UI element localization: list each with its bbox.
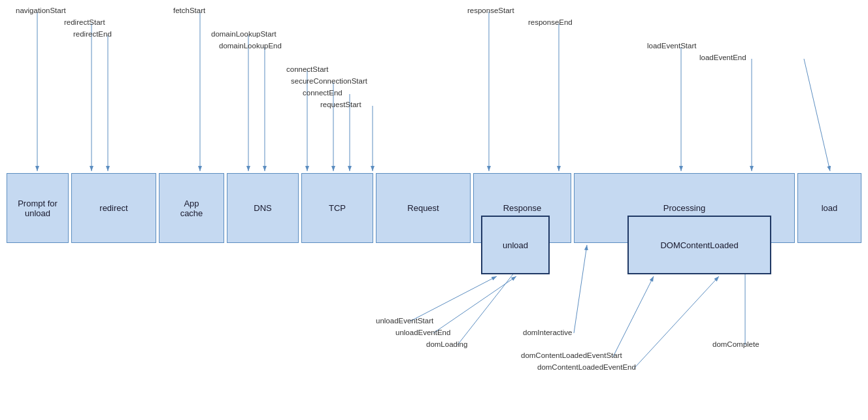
label-domain-lookup-start: domainLookupStart xyxy=(211,30,276,38)
phase-domcontentloaded-label: DOMContentLoaded xyxy=(660,240,738,250)
phase-prompt-unload: Prompt forunload xyxy=(7,173,69,243)
phase-dns-label: DNS xyxy=(254,203,271,213)
label-redirect-start: redirectStart xyxy=(64,18,105,26)
label-domain-lookup-end: domainLookupEnd xyxy=(219,42,282,50)
label-unload-event-end: unloadEventEnd xyxy=(395,329,450,336)
phase-request-label: Request xyxy=(407,203,439,213)
label-dom-content-loaded-event-end: domContentLoadedEventEnd xyxy=(537,363,636,371)
label-response-start: responseStart xyxy=(467,7,514,14)
label-dom-complete: domComplete xyxy=(712,340,760,348)
svg-line-23 xyxy=(804,59,830,171)
phase-redirect-label: redirect xyxy=(99,203,127,213)
label-dom-interactive: domInteractive xyxy=(523,329,572,336)
label-dom-loading: domLoading xyxy=(426,340,467,348)
label-connect-start: connectStart xyxy=(286,65,329,73)
label-request-start: requestStart xyxy=(320,101,361,108)
phase-tcp-label: TCP xyxy=(329,203,346,213)
label-secure-connection-start: secureConnectionStart xyxy=(291,77,367,85)
phase-domcontentloaded: DOMContentLoaded xyxy=(627,216,771,274)
svg-line-20 xyxy=(613,276,654,357)
navigation-timing-diagram: Prompt forunload redirect Appcache DNS T… xyxy=(0,0,868,420)
phase-load: load xyxy=(797,173,861,243)
label-fetch-start: fetchStart xyxy=(173,7,205,14)
svg-line-17 xyxy=(433,276,516,333)
phase-appcache-label: Appcache xyxy=(180,199,203,218)
label-connect-end: connectEnd xyxy=(303,89,342,97)
label-redirect-end: redirectEnd xyxy=(73,30,112,38)
phase-unload-label: unload xyxy=(503,240,528,250)
label-unload-event-start: unloadEventStart xyxy=(376,317,433,325)
svg-line-19 xyxy=(574,245,587,333)
phase-request: Request xyxy=(376,173,471,243)
phase-processing-label: Processing xyxy=(663,203,705,213)
phase-tcp: TCP xyxy=(301,173,373,243)
phase-appcache: Appcache xyxy=(159,173,224,243)
phase-load-label: load xyxy=(822,203,838,213)
phase-unload: unload xyxy=(481,216,550,274)
phase-redirect: redirect xyxy=(71,173,156,243)
label-load-event-start: loadEventStart xyxy=(647,42,696,50)
label-load-event-end: loadEventEnd xyxy=(699,54,746,61)
phase-dns: DNS xyxy=(227,173,299,243)
phase-response-label: Response xyxy=(503,203,542,213)
phase-prompt-label: Prompt forunload xyxy=(18,199,58,218)
label-navigation-start: navigationStart xyxy=(16,7,66,14)
label-dom-content-loaded-event-start: domContentLoadedEventStart xyxy=(521,351,622,359)
label-response-end: responseEnd xyxy=(528,18,573,26)
